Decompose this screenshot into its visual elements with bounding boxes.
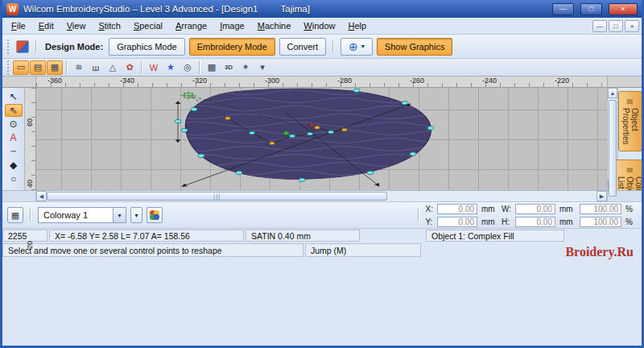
separator bbox=[35, 40, 37, 53]
run-stitch-tool[interactable]: ┄ bbox=[5, 145, 23, 158]
wave-effect-icon[interactable]: W bbox=[146, 60, 162, 75]
lettering-tool[interactable]: A bbox=[5, 131, 23, 144]
menu-item-window[interactable]: Window bbox=[297, 19, 341, 32]
mdi-restore-icon: □ bbox=[614, 23, 618, 30]
3d-effect-icon[interactable]: 3D bbox=[221, 60, 237, 75]
select-tool[interactable]: ↖ bbox=[5, 90, 23, 103]
closed-shape-tool[interactable]: ◆ bbox=[5, 159, 23, 172]
triangle-fill-icon[interactable]: △ bbox=[105, 60, 121, 75]
separator bbox=[66, 61, 68, 74]
toolbar-grip[interactable] bbox=[7, 39, 10, 54]
colorway-grid-button[interactable]: ▦ bbox=[7, 207, 23, 223]
minimize-button[interactable]: — bbox=[552, 3, 574, 15]
menu-item-view[interactable]: View bbox=[60, 19, 93, 32]
reshape-tool[interactable]: ⇖ bbox=[5, 104, 23, 117]
colorway-bar: ▦ Colorway 1 ▼ ▾ X: 0.00 mm W: 0.00 mm 1… bbox=[2, 201, 642, 228]
maximize-icon: □ bbox=[589, 5, 593, 13]
status-bar: 2255 X= -6.58 Y= 2.58 L= 7.07 A= 158.56 … bbox=[2, 228, 642, 242]
horizontal-scroll-track[interactable]: ||| bbox=[47, 191, 597, 201]
colorway-select[interactable]: Colorway 1 ▼ bbox=[38, 207, 126, 223]
menu-item-stitch[interactable]: Stitch bbox=[92, 19, 127, 32]
circle-tool[interactable]: ○ bbox=[5, 172, 23, 185]
design-mode-label: Design Mode: bbox=[45, 42, 103, 52]
chevron-down-icon: ▾ bbox=[361, 43, 365, 50]
width-field[interactable]: 0.00 bbox=[515, 204, 555, 214]
ruler-tick-h: -300 bbox=[265, 77, 279, 85]
scale-x-field[interactable]: 100.00 bbox=[580, 204, 621, 214]
left-arrow-icon: ◀ bbox=[39, 193, 43, 200]
scroll-left-button[interactable]: ◀ bbox=[36, 191, 47, 201]
menu-item-help[interactable]: Help bbox=[341, 19, 373, 32]
horizontal-scroll-thumb[interactable]: ||| bbox=[47, 192, 387, 201]
menu-item-image[interactable]: Image bbox=[213, 19, 251, 32]
menu-item-edit[interactable]: Edit bbox=[32, 19, 60, 32]
menu-item-special[interactable]: Special bbox=[127, 19, 169, 32]
app-icon: W bbox=[6, 3, 19, 15]
up-arrow-icon: ▲ bbox=[610, 90, 616, 96]
vertical-scrollbar[interactable]: ▲ ▼ bbox=[607, 88, 617, 190]
more-stitches-icon[interactable]: ▾ bbox=[254, 60, 270, 75]
hint-bar: Select and move one or several control p… bbox=[2, 242, 642, 346]
mdi-close-button[interactable]: × bbox=[625, 20, 639, 32]
scale-x-unit: % bbox=[625, 205, 635, 213]
horizontal-ruler: -360-340-320-300-280-260-240-220 bbox=[36, 77, 607, 87]
colorway-select-value: Colorway 1 bbox=[43, 210, 88, 220]
y-label: Y: bbox=[426, 218, 433, 226]
separator bbox=[332, 40, 334, 53]
hint-text: Select and move one or several control p… bbox=[2, 243, 303, 257]
grid-fill-icon[interactable]: ▩ bbox=[204, 60, 220, 75]
tatami-stitch-icon[interactable]: ▦ bbox=[47, 60, 63, 75]
properties-tab-icon: ▤ bbox=[626, 97, 634, 105]
height-field[interactable]: 0.00 bbox=[515, 217, 555, 227]
embroidery-mode-button[interactable]: Embroidery Mode bbox=[189, 38, 275, 56]
scale-y-unit: % bbox=[625, 218, 635, 226]
scroll-right-button[interactable]: ▶ bbox=[597, 191, 607, 201]
horizontal-scrollbar[interactable]: ◀ ||| ▶ bbox=[2, 190, 642, 201]
menu-item-file[interactable]: File bbox=[5, 19, 32, 32]
zoom-tool[interactable]: ⊙ bbox=[5, 118, 23, 130]
colorway-menu-button[interactable]: ▾ bbox=[130, 207, 142, 223]
convert-button[interactable]: Convert bbox=[279, 38, 327, 56]
combo-dropdown-icon[interactable]: ▼ bbox=[113, 208, 126, 222]
menu-item-machine[interactable]: Machine bbox=[251, 19, 298, 32]
x-field[interactable]: 0.00 bbox=[437, 204, 477, 214]
scroll-up-button[interactable]: ▲ bbox=[608, 88, 617, 98]
h-unit: mm bbox=[559, 218, 576, 226]
right-arrow-icon: ▶ bbox=[600, 193, 604, 200]
color-list-tab-icon: ▤ bbox=[626, 166, 634, 173]
x-label: X: bbox=[426, 205, 433, 213]
x-unit: mm bbox=[481, 205, 497, 213]
menu-item-arrange[interactable]: Arrange bbox=[169, 19, 213, 32]
hoop-globe-button[interactable]: ⊕ ▾ bbox=[341, 38, 373, 56]
satin-stitch-icon[interactable]: ▤ bbox=[30, 60, 46, 75]
tab-object-properties[interactable]: ▤ Object Properties bbox=[618, 91, 642, 151]
vertical-scroll-thumb[interactable] bbox=[609, 100, 617, 197]
design-window-icon[interactable] bbox=[16, 40, 29, 53]
star-fill-icon[interactable]: ★ bbox=[163, 60, 179, 75]
motif-run-icon[interactable]: ✿ bbox=[122, 60, 138, 75]
vertical-scroll-track[interactable] bbox=[608, 98, 617, 180]
contour-fill-icon[interactable]: ◎ bbox=[180, 60, 196, 75]
stitch-toolbar: ▭▤▦≋ш△✿W★◎▩3D✶▾ bbox=[2, 59, 642, 77]
separator bbox=[199, 61, 200, 74]
toolbar-grip[interactable] bbox=[7, 60, 10, 75]
mdi-minimize-button[interactable]: — bbox=[592, 20, 607, 32]
docked-panel-tabs: ▤ Object Properties ▤ Color-Object List bbox=[617, 88, 642, 190]
design-canvas[interactable] bbox=[36, 88, 607, 190]
maximize-button[interactable]: □ bbox=[580, 3, 602, 15]
mdi-restore-button[interactable]: □ bbox=[609, 20, 623, 32]
scale-y-field[interactable]: 100.00 bbox=[580, 217, 621, 227]
graphics-mode-button[interactable]: Graphics Mode bbox=[109, 38, 185, 56]
e-stitch-icon[interactable]: ш bbox=[88, 60, 104, 75]
watermark-text: Broidery.Ru bbox=[565, 243, 642, 259]
ruler-tick-h: -240 bbox=[482, 77, 497, 85]
show-graphics-button[interactable]: Show Graphics bbox=[377, 38, 453, 56]
zigzag-stitch-icon[interactable]: ≋ bbox=[71, 60, 87, 75]
y-field[interactable]: 0.00 bbox=[437, 217, 477, 227]
ruler-tick-h: -340 bbox=[120, 77, 134, 85]
status-filler bbox=[361, 230, 424, 242]
outline-stitch-icon[interactable]: ▭ bbox=[13, 60, 29, 75]
colorway-colors-button[interactable] bbox=[147, 207, 163, 223]
close-button[interactable]: × bbox=[609, 3, 638, 15]
sparkle-effect-icon[interactable]: ✶ bbox=[237, 60, 254, 75]
